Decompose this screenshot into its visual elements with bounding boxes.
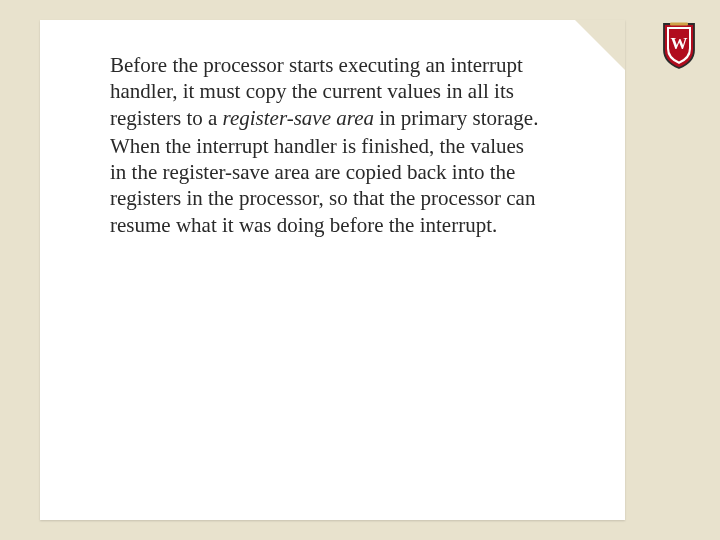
paragraph-1-post: in primary storage. [374, 106, 538, 130]
paragraph-1: Before the processor starts executing an… [110, 52, 542, 131]
slide-card: Before the processor starts executing an… [40, 20, 625, 520]
paragraph-2: When the interrupt handler is finished, … [110, 133, 542, 238]
corner-cut [575, 20, 625, 70]
university-crest-icon: W [662, 22, 696, 70]
svg-rect-0 [670, 23, 688, 26]
crest-letter: W [671, 34, 688, 53]
slide-content: Before the processor starts executing an… [110, 52, 542, 238]
paragraph-1-emphasis: register-save area [223, 106, 374, 130]
